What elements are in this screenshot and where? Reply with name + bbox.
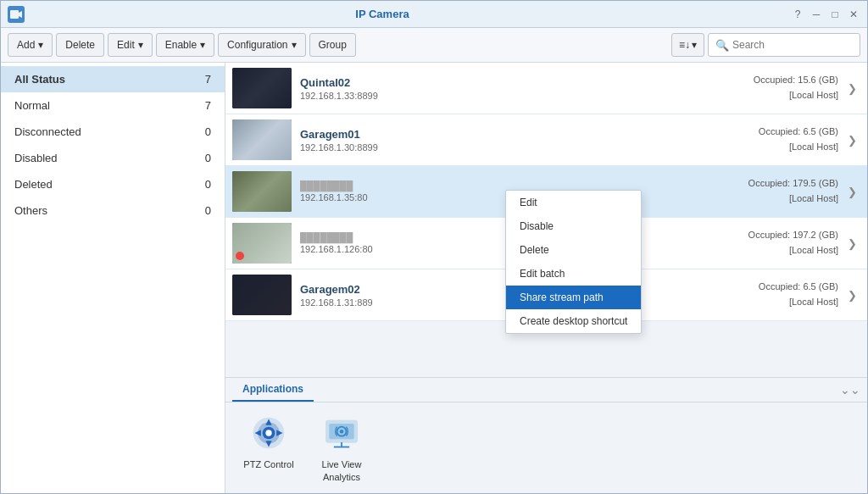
- expand-button[interactable]: ❯: [843, 80, 860, 97]
- expand-button[interactable]: ❯: [843, 131, 860, 148]
- camera-name: Garagem01: [300, 128, 759, 141]
- minimize-button[interactable]: ─: [810, 8, 823, 21]
- camera-ip: 192.168.1.33:8899: [300, 91, 754, 101]
- app-item-lva[interactable]: Live View Analytics: [312, 413, 371, 483]
- table-row[interactable]: Quintal02 192.168.1.33:8899 Occupied: 15…: [225, 63, 867, 114]
- edit-button[interactable]: Edit ▾: [108, 33, 153, 57]
- camera-thumbnail: [232, 68, 292, 108]
- help-button[interactable]: ?: [791, 8, 804, 21]
- camera-thumbnail: [232, 171, 292, 212]
- sort-icon: ≡↓: [679, 39, 690, 51]
- sidebar-item-others[interactable]: Others 0: [1, 197, 225, 224]
- context-menu: Edit Disable Delete Edit batch Share str…: [505, 190, 642, 334]
- sidebar-item-all-status[interactable]: All Status 7: [1, 66, 225, 92]
- lva-label: Live View Analytics: [312, 458, 371, 483]
- recording-indicator: [236, 252, 244, 260]
- svg-marker-1: [19, 11, 22, 18]
- search-box[interactable]: 🔍: [708, 33, 860, 57]
- configuration-button[interactable]: Configuration ▾: [218, 33, 305, 57]
- camera-meta: Occupied: 6.5 (GB) [Local Host]: [759, 280, 838, 309]
- apps-content: PTZ Control: [225, 402, 867, 493]
- main-content: All Status 7 Normal 7 Disconnected 0 Dis…: [1, 63, 867, 493]
- expand-button[interactable]: ❯: [843, 183, 860, 200]
- context-menu-item-create-shortcut[interactable]: Create desktop shortcut: [506, 309, 641, 333]
- thumb-image: [232, 171, 292, 212]
- camera-thumbnail: [232, 275, 292, 315]
- camera-meta: Occupied: 179.5 (GB) [Local Host]: [748, 176, 838, 206]
- context-menu-item-edit-batch[interactable]: Edit batch: [506, 262, 641, 286]
- camera-thumbnail: [232, 223, 292, 264]
- camera-meta: Occupied: 197.2 (GB) [Local Host]: [748, 228, 838, 258]
- sidebar-item-normal[interactable]: Normal 7: [1, 92, 225, 119]
- camera-meta: Occupied: 6.5 (GB) [Local Host]: [759, 125, 838, 154]
- camera-meta: Occupied: 15.6 (GB) [Local Host]: [754, 73, 838, 103]
- maximize-button[interactable]: □: [828, 8, 842, 21]
- applications-tab-bar: Applications ⌄⌄: [225, 378, 867, 402]
- window-controls: ? ─ □ ✕: [791, 8, 860, 21]
- delete-button[interactable]: Delete: [56, 33, 104, 57]
- config-dropdown-icon: ▾: [292, 39, 297, 51]
- context-menu-item-disable[interactable]: Disable: [506, 214, 641, 238]
- context-menu-item-share-stream[interactable]: Share stream path: [506, 286, 641, 309]
- tab-expand-button[interactable]: ⌄⌄: [840, 383, 860, 397]
- search-icon: 🔍: [715, 39, 729, 52]
- thumb-image: [232, 119, 292, 160]
- ptz-label: PTZ Control: [243, 458, 293, 470]
- sidebar-item-deleted[interactable]: Deleted 0: [1, 171, 225, 197]
- title-bar: IP Camera ? ─ □ ✕: [1, 1, 867, 28]
- context-menu-item-delete[interactable]: Delete: [506, 238, 641, 262]
- camera-thumbnail: [232, 119, 292, 160]
- add-dropdown-icon: ▾: [38, 39, 43, 51]
- lva-icon-svg: [323, 414, 360, 452]
- enable-button[interactable]: Enable ▾: [156, 33, 214, 57]
- context-menu-item-edit[interactable]: Edit: [506, 191, 641, 214]
- sidebar-item-disconnected[interactable]: Disconnected 0: [1, 119, 225, 145]
- thumb-image: [232, 68, 292, 108]
- window-title: IP Camera: [25, 8, 740, 20]
- main-window: IP Camera ? ─ □ ✕ Add ▾ Delete Edit ▾ En…: [0, 0, 868, 494]
- svg-point-13: [340, 430, 344, 434]
- enable-dropdown-icon: ▾: [200, 39, 205, 51]
- svg-rect-0: [10, 10, 19, 19]
- add-button[interactable]: Add ▾: [8, 33, 53, 57]
- app-item-ptz[interactable]: PTZ Control: [239, 413, 298, 470]
- lva-icon: [321, 413, 362, 453]
- svg-point-9: [265, 430, 271, 436]
- expand-button[interactable]: ❯: [843, 286, 860, 303]
- app-icon: [8, 6, 25, 23]
- sort-dropdown-icon: ▾: [692, 39, 697, 51]
- search-input[interactable]: [732, 39, 853, 51]
- camera-name: Quintal02: [300, 76, 754, 89]
- thumb-image: [232, 275, 292, 315]
- ptz-icon-svg: [250, 414, 287, 452]
- camera-ip: 192.168.1.30:8899: [300, 142, 759, 153]
- camera-info: Garagem01 192.168.1.30:8899: [300, 128, 759, 153]
- sort-button[interactable]: ≡↓ ▾: [671, 33, 704, 57]
- table-row[interactable]: Garagem01 192.168.1.30:8899 Occupied: 6.…: [225, 114, 867, 166]
- toolbar: Add ▾ Delete Edit ▾ Enable ▾ Configurati…: [1, 28, 867, 63]
- bottom-section: Applications ⌄⌄: [225, 377, 867, 493]
- content-area: Quintal02 192.168.1.33:8899 Occupied: 15…: [225, 63, 867, 493]
- close-button[interactable]: ✕: [847, 8, 860, 21]
- edit-dropdown-icon: ▾: [138, 39, 143, 51]
- ptz-icon: [248, 413, 289, 453]
- sidebar: All Status 7 Normal 7 Disconnected 0 Dis…: [1, 63, 225, 493]
- group-button[interactable]: Group: [309, 33, 356, 57]
- camera-info: Quintal02 192.168.1.33:8899: [300, 76, 754, 101]
- sidebar-item-disabled[interactable]: Disabled 0: [1, 145, 225, 171]
- tab-applications[interactable]: Applications: [232, 378, 314, 402]
- title-bar-left: [8, 6, 25, 23]
- expand-button[interactable]: ❯: [843, 235, 860, 252]
